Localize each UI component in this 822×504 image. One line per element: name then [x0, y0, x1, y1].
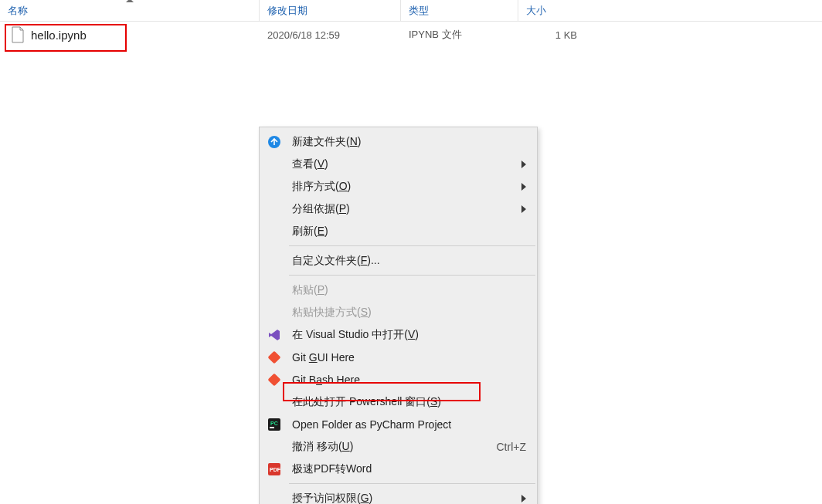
- menu-customize-folder[interactable]: 自定义文件夹(F)...: [260, 249, 537, 272]
- pdf-icon: PDF: [267, 462, 281, 476]
- menu-grant-access[interactable]: 授予访问权限(G): [260, 487, 537, 504]
- menu-git-bash-label: Git Bash Here: [292, 374, 526, 386]
- menu-customize-label: 自定义文件夹(F)...: [292, 254, 526, 268]
- menu-open-vs[interactable]: 在 Visual Studio 中打开(V): [260, 323, 537, 346]
- git-icon: [267, 350, 281, 364]
- menu-pdf-label: 极速PDF转Word: [292, 462, 526, 476]
- menu-separator: [289, 483, 535, 484]
- git-icon: [267, 373, 281, 387]
- menu-pdf-to-word[interactable]: PDF 极速PDF转Word: [260, 458, 537, 480]
- explorer-column-header: 名称 修改日期 类型 大小: [0, 0, 822, 22]
- menu-open-pycharm[interactable]: PC Open Folder as PyCharm Project: [260, 413, 537, 435]
- file-date-cell: 2020/6/18 12:59: [260, 29, 401, 41]
- menu-pycharm-label: Open Folder as PyCharm Project: [292, 418, 526, 431]
- menu-paste-shortcut: 粘贴快捷方式(S): [260, 301, 537, 323]
- menu-undo-move[interactable]: 撤消 移动(U) Ctrl+Z: [260, 435, 537, 458]
- menu-undo-move-label: 撤消 移动(U): [292, 440, 481, 454]
- menu-paste-shortcut-label: 粘贴快捷方式(S): [292, 306, 526, 320]
- col-size-label: 大小: [526, 4, 546, 18]
- menu-refresh[interactable]: 刷新(E): [260, 220, 537, 242]
- menu-separator: [289, 275, 535, 276]
- svg-rect-4: [270, 427, 274, 428]
- context-menu: 新建文件夹(N) 查看(V) 排序方式(O) 分组依据(P) 刷新(E) 自定义…: [259, 127, 538, 504]
- visual-studio-icon: [267, 328, 281, 342]
- file-type-cell: IPYNB 文件: [401, 28, 518, 42]
- submenu-arrow-icon: [521, 161, 526, 168]
- menu-open-vs-label: 在 Visual Studio 中打开(V): [292, 328, 526, 342]
- file-name-label: hello.ipynb: [31, 29, 87, 42]
- menu-group-label: 分组依据(P): [292, 202, 521, 216]
- menu-group[interactable]: 分组依据(P): [260, 198, 537, 220]
- menu-new-folder-label: 新建文件夹(N): [292, 135, 526, 149]
- menu-sort[interactable]: 排序方式(O): [260, 175, 537, 198]
- menu-paste-label: 粘贴(P): [292, 283, 526, 297]
- file-row[interactable]: hello.ipynb 2020/6/18 12:59 IPYNB 文件 1 K…: [0, 22, 822, 48]
- menu-paste: 粘贴(P): [260, 279, 537, 301]
- svg-rect-2: [268, 374, 280, 386]
- col-type-label: 类型: [409, 4, 429, 18]
- col-header-name[interactable]: 名称: [0, 0, 260, 21]
- col-header-size[interactable]: 大小: [518, 0, 586, 21]
- menu-git-gui[interactable]: Git GUI Here: [260, 346, 537, 368]
- menu-view[interactable]: 查看(V): [260, 153, 537, 175]
- menu-separator: [289, 245, 535, 246]
- pycharm-icon: PC: [267, 418, 281, 431]
- file-size-cell: 1 KB: [518, 29, 586, 41]
- menu-new-folder[interactable]: 新建文件夹(N): [260, 130, 537, 153]
- menu-powershell-label: 在此处打开 Powershell 窗口(S): [292, 395, 526, 409]
- col-name-label: 名称: [8, 4, 28, 18]
- menu-sort-label: 排序方式(O): [292, 180, 521, 194]
- menu-view-label: 查看(V): [292, 157, 521, 171]
- menu-refresh-label: 刷新(E): [292, 225, 526, 238]
- file-icon: [11, 26, 25, 43]
- submenu-arrow-icon: [521, 495, 526, 502]
- svg-text:PC: PC: [270, 421, 278, 426]
- menu-undo-shortcut: Ctrl+Z: [497, 441, 527, 453]
- menu-open-powershell[interactable]: 在此处打开 Powershell 窗口(S): [260, 391, 537, 413]
- col-header-type[interactable]: 类型: [401, 0, 518, 21]
- file-name-cell: hello.ipynb: [0, 26, 260, 43]
- sort-asc-icon: [126, 0, 134, 2]
- svg-text:PDF: PDF: [270, 467, 280, 472]
- menu-git-bash[interactable]: Git Bash Here: [260, 368, 537, 391]
- col-header-date[interactable]: 修改日期: [260, 0, 401, 21]
- svg-rect-1: [268, 351, 280, 364]
- menu-grant-label: 授予访问权限(G): [292, 492, 521, 505]
- col-date-label: 修改日期: [267, 4, 307, 18]
- menu-git-gui-label: Git GUI Here: [292, 351, 526, 364]
- submenu-arrow-icon: [521, 183, 526, 191]
- submenu-arrow-icon: [521, 205, 526, 213]
- new-folder-icon: [267, 135, 281, 149]
